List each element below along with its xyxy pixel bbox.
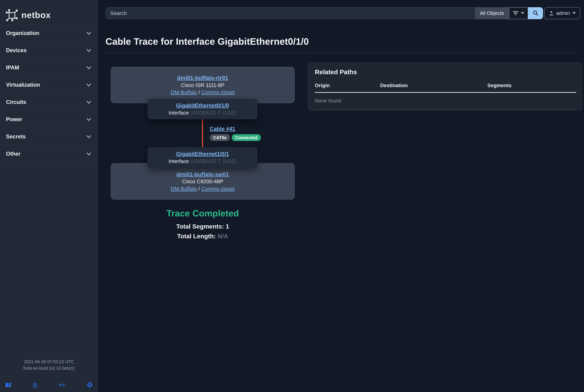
- cable-status-badge: Connected: [232, 134, 261, 141]
- sidebar-item-circuits[interactable]: Circuits: [0, 94, 98, 111]
- docs-book-icon[interactable]: [5, 382, 11, 388]
- sidebar-item-other[interactable]: Other: [0, 146, 98, 163]
- location-link[interactable]: Comms closet: [201, 186, 235, 192]
- page-title: Cable Trace for Interface GigabitEtherne…: [106, 36, 309, 47]
- sidebar-item-organization[interactable]: Organization: [0, 25, 98, 42]
- related-paths-table: Origin Destination Segments None found: [315, 82, 576, 109]
- topbar: All Objects: [98, 0, 584, 26]
- column-header-destination: Destination: [380, 82, 487, 92]
- user-menu-button[interactable]: admin: [544, 7, 580, 19]
- brand[interactable]: netbox: [0, 0, 98, 23]
- device-link[interactable]: dmi01-buffalo-sw01: [177, 171, 229, 178]
- sidebar-nav: Organization Devices IPAM Virtualization…: [0, 24, 98, 163]
- netbox-app: netbox Organization Devices IPAM Virtual…: [0, 0, 584, 392]
- trace-completed-text: Trace Completed: [111, 208, 295, 220]
- sidebar-item-ipam[interactable]: IPAM: [0, 59, 98, 76]
- trace-interface-near: GigabitEthernet0/1/0 Interface 1000BASE-…: [148, 99, 258, 119]
- chevron-down-icon: [86, 100, 92, 104]
- sidebar-item-secrets[interactable]: Secrets: [0, 128, 98, 146]
- chevron-down-icon: [86, 135, 92, 138]
- interface-link[interactable]: GigabitEthernet0/1/0: [176, 102, 229, 108]
- user-icon: [549, 10, 554, 16]
- code-icon[interactable]: <>: [59, 382, 65, 388]
- location-link[interactable]: Comms closet: [201, 90, 235, 95]
- cable-type-badge: CAT5e: [210, 134, 230, 141]
- total-length-value: N/A: [218, 233, 228, 240]
- search-filter-button[interactable]: [509, 7, 528, 19]
- global-search: All Objects: [106, 7, 543, 19]
- help-lifering-icon[interactable]: [87, 382, 93, 388]
- sidebar-footer: 2021-04-26 07:53:22 UTC foda-se.local (v…: [0, 358, 98, 392]
- search-input[interactable]: [106, 7, 475, 19]
- interface-link[interactable]: GigabitEthernet1/0/1: [176, 151, 229, 157]
- search-submit-button[interactable]: [528, 7, 543, 19]
- related-paths-card: Related Paths Origin Destination Segment…: [308, 63, 582, 111]
- title-divider: [106, 52, 580, 53]
- footer-hostname: foda-se.local (v2.12-beta1): [0, 365, 98, 372]
- brand-name: netbox: [22, 10, 51, 20]
- total-segments-value: 1: [226, 223, 229, 230]
- sidebar: netbox Organization Devices IPAM Virtual…: [0, 0, 98, 392]
- cable-link[interactable]: Cable #41: [210, 126, 235, 132]
- site-link[interactable]: DM-Buffalo: [171, 90, 197, 95]
- sidebar-item-devices[interactable]: Devices: [0, 42, 98, 59]
- device-model: Cisco ISR 1111-8P: [111, 82, 294, 89]
- column-header-segments: Segments: [487, 82, 576, 92]
- site-link[interactable]: DM-Buffalo: [171, 186, 197, 192]
- chevron-down-icon: [86, 48, 92, 52]
- empty-state-text: None found: [315, 92, 576, 109]
- chevron-down-icon: [86, 152, 92, 156]
- chevron-down-icon: [86, 83, 92, 87]
- cable-info: Cable #41 CAT5e Connected: [210, 125, 261, 141]
- footer-timestamp: 2021-04-26 07:53:22 UTC: [0, 358, 98, 365]
- trace-interface-far: GigabitEthernet1/0/1 Interface 1000BASE-…: [148, 147, 258, 168]
- column-header-origin: Origin: [315, 82, 380, 92]
- sidebar-item-virtualization[interactable]: Virtualization: [0, 76, 98, 94]
- caret-down-icon: [572, 12, 576, 14]
- filter-icon: [512, 11, 518, 16]
- api-braces-icon[interactable]: {}: [33, 382, 37, 388]
- caret-down-icon: [521, 12, 524, 14]
- chevron-down-icon: [86, 66, 92, 70]
- trace-status: Trace Completed Total Segments: 1 Total …: [111, 208, 295, 241]
- trace-device-far: dmi01-buffalo-sw01 Cisco C9200-48P DM-Bu…: [111, 163, 295, 200]
- device-model: Cisco C9200-48P: [111, 178, 294, 185]
- table-row: None found: [315, 92, 576, 109]
- chevron-down-icon: [86, 31, 92, 35]
- search-icon: [533, 10, 538, 16]
- netbox-logo-icon: [5, 9, 18, 22]
- trace-device-near: dmi01-buffalo-rtr01 Cisco ISR 1111-8P DM…: [111, 67, 295, 103]
- related-paths-title: Related Paths: [315, 68, 576, 76]
- device-link[interactable]: dmi01-buffalo-rtr01: [177, 75, 228, 81]
- cable-trace-line: [202, 119, 203, 148]
- search-scope-selector[interactable]: All Objects: [475, 7, 509, 19]
- sidebar-item-power[interactable]: Power: [0, 111, 98, 128]
- chevron-down-icon: [86, 118, 92, 121]
